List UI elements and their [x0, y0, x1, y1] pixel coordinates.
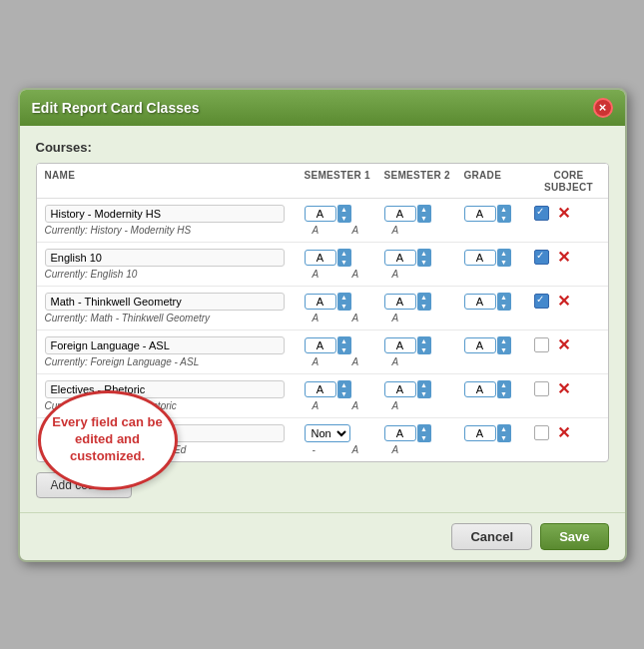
- sem2-value: A: [384, 337, 416, 353]
- grade-up[interactable]: ▲: [497, 336, 511, 345]
- sem2-cell: A▲▼: [384, 205, 464, 223]
- sem2-spinner: ▲▼: [417, 336, 431, 354]
- grade-down[interactable]: ▼: [497, 258, 511, 267]
- core-checkbox[interactable]: [534, 250, 549, 265]
- course-currently-row: Currently: Math - Thinkwell GeometryAAA: [45, 313, 600, 324]
- sem2-value: A: [384, 250, 416, 266]
- grade-down[interactable]: ▼: [497, 389, 511, 398]
- sem1-up[interactable]: ▲: [337, 205, 351, 214]
- col-core: CoreSubject: [534, 170, 604, 194]
- courses-label: Courses:: [36, 140, 609, 155]
- save-button[interactable]: Save: [540, 523, 608, 550]
- core-checkbox[interactable]: [534, 425, 549, 440]
- course-name-input[interactable]: [45, 293, 285, 311]
- sem2-down[interactable]: ▼: [417, 389, 431, 398]
- sem1-up[interactable]: ▲: [337, 336, 351, 345]
- callout-text: Every field can be edited and customized…: [51, 414, 165, 465]
- core-checkbox[interactable]: [534, 294, 549, 309]
- core-checkbox[interactable]: [534, 206, 549, 221]
- sem1-spinner: ▲▼: [337, 293, 351, 311]
- table-row: A▲▼A▲▼A▲▼✕Currently: English 10AAA: [37, 243, 608, 287]
- sem2-down[interactable]: ▼: [417, 302, 431, 311]
- sem1-cell: A▲▼: [305, 336, 384, 354]
- sem2-down[interactable]: ▼: [417, 345, 431, 354]
- sem1-cell: A▲▼: [305, 380, 384, 398]
- sem2-up[interactable]: ▲: [417, 424, 431, 433]
- grade-up[interactable]: ▲: [497, 205, 511, 214]
- grade-spinner: ▲▼: [497, 293, 511, 311]
- grade-up[interactable]: ▲: [497, 293, 511, 302]
- sem1-down[interactable]: ▼: [337, 258, 351, 267]
- grade-down[interactable]: ▼: [497, 302, 511, 311]
- core-delete-cell: ✕: [534, 425, 604, 441]
- sem2-spinner: ▲▼: [417, 249, 431, 267]
- sem2-spinner: ▲▼: [417, 380, 431, 398]
- currently-sem1: A: [305, 269, 344, 280]
- sem1-value: A: [305, 337, 336, 353]
- grade-spinner: ▲▼: [497, 249, 511, 267]
- delete-course-button[interactable]: ✕: [557, 425, 570, 441]
- sem1-up[interactable]: ▲: [337, 293, 351, 302]
- sem1-down[interactable]: ▼: [337, 389, 351, 398]
- course-name-input[interactable]: [45, 205, 285, 223]
- sem2-down[interactable]: ▼: [417, 433, 431, 442]
- col-name: Name: [45, 170, 305, 194]
- course-name-input[interactable]: [45, 336, 285, 354]
- grade-up[interactable]: ▲: [497, 424, 511, 433]
- delete-course-button[interactable]: ✕: [557, 250, 570, 266]
- currently-sem1: A: [305, 225, 344, 236]
- currently-sem1: A: [305, 400, 344, 411]
- sem2-cell: A▲▼: [384, 249, 464, 267]
- grade-down[interactable]: ▼: [497, 214, 511, 223]
- currently-sem2: A: [344, 444, 384, 455]
- delete-course-button[interactable]: ✕: [557, 206, 570, 222]
- close-button[interactable]: ×: [593, 98, 613, 118]
- delete-course-button[interactable]: ✕: [557, 294, 570, 310]
- currently-sem2: A: [344, 400, 384, 411]
- edit-report-card-dialog: Edit Report Card Classes × Courses: Name…: [18, 88, 627, 562]
- core-delete-cell: ✕: [534, 206, 604, 222]
- sem2-up[interactable]: ▲: [417, 249, 431, 258]
- sem1-down[interactable]: ▼: [337, 214, 351, 223]
- sem2-down[interactable]: ▼: [417, 258, 431, 267]
- sem2-spinner: ▲▼: [417, 293, 431, 311]
- currently-sem2: A: [344, 269, 384, 280]
- core-checkbox[interactable]: [534, 381, 549, 396]
- sem1-up[interactable]: ▲: [337, 380, 351, 389]
- sem2-spinner: ▲▼: [417, 205, 431, 223]
- sem1-value: A: [305, 381, 336, 397]
- sem1-up[interactable]: ▲: [337, 249, 351, 258]
- sem1-down[interactable]: ▼: [337, 345, 351, 354]
- grade-down[interactable]: ▼: [497, 345, 511, 354]
- sem2-down[interactable]: ▼: [417, 214, 431, 223]
- core-delete-cell: ✕: [534, 294, 604, 310]
- grade-up[interactable]: ▲: [497, 249, 511, 258]
- delete-course-button[interactable]: ✕: [557, 337, 570, 353]
- core-delete-cell: ✕: [534, 381, 604, 397]
- currently-sem1: -: [305, 444, 344, 455]
- sem1-value: A: [305, 250, 336, 266]
- core-delete-cell: ✕: [534, 250, 604, 266]
- sem2-value: A: [384, 425, 416, 441]
- course-name-input[interactable]: [45, 249, 285, 267]
- delete-course-button[interactable]: ✕: [557, 381, 570, 397]
- sem2-up[interactable]: ▲: [417, 380, 431, 389]
- currently-grade: A: [384, 444, 424, 455]
- callout-bubble: Every field can be edited and customized…: [38, 390, 178, 490]
- currently-grade: A: [384, 400, 424, 411]
- sem1-down[interactable]: ▼: [337, 302, 351, 311]
- grade-up[interactable]: ▲: [497, 380, 511, 389]
- cancel-button[interactable]: Cancel: [451, 523, 532, 550]
- grade-down[interactable]: ▼: [497, 433, 511, 442]
- sem1-select[interactable]: NoneA: [305, 424, 350, 442]
- grade-spinner: ▲▼: [497, 424, 511, 442]
- currently-sem2: A: [344, 225, 384, 236]
- sem2-cell: A▲▼: [384, 424, 464, 442]
- currently-grade: A: [384, 269, 424, 280]
- core-checkbox[interactable]: [534, 337, 549, 352]
- sem2-up[interactable]: ▲: [417, 205, 431, 214]
- sem2-up[interactable]: ▲: [417, 336, 431, 345]
- col-sem1: Semester 1: [305, 170, 384, 194]
- grade-cell: A▲▼: [464, 380, 534, 398]
- sem2-up[interactable]: ▲: [417, 293, 431, 302]
